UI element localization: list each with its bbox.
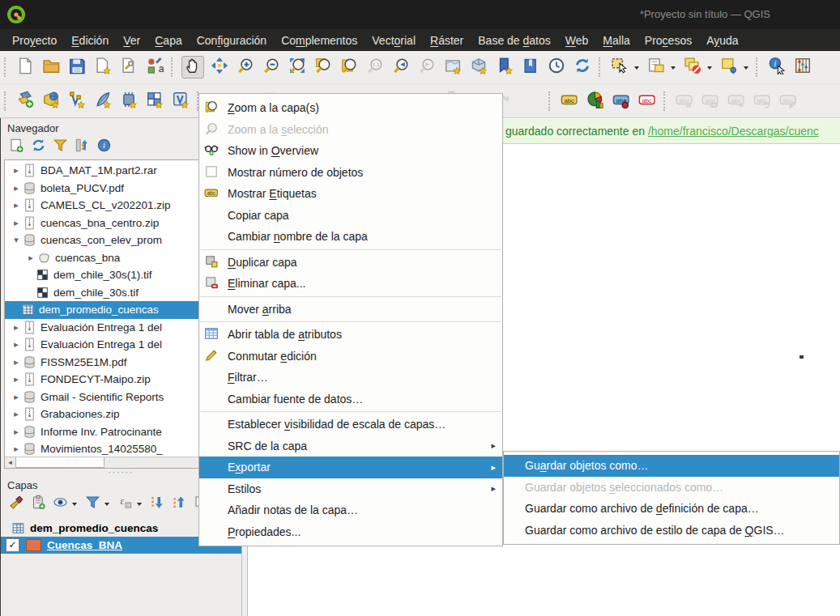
expander-closed-icon[interactable]: ▸ (11, 392, 21, 402)
manage-map-themes-dropdown-caret[interactable] (72, 503, 77, 508)
zoom-to-selection-button[interactable] (313, 57, 334, 78)
menu-complementos[interactable]: Complementos (274, 32, 365, 49)
new-map-view-button[interactable] (442, 57, 463, 78)
toolbar-handle[interactable] (599, 57, 606, 77)
hscroll-thumb[interactable] (15, 457, 104, 468)
menu-item-eliminar-capa[interactable]: Eliminar capa... (199, 273, 502, 295)
menu-ver[interactable]: Ver (116, 32, 147, 49)
menu-item-guardar-objetos-como[interactable]: Guardar objetos como… (504, 455, 839, 477)
select-by-value-dropdown-caret[interactable] (671, 66, 676, 72)
collapse-all-button[interactable] (73, 138, 91, 155)
expander-closed-icon[interactable]: ▸ (11, 183, 21, 193)
new-3d-map-view-button[interactable] (468, 57, 489, 78)
menu-procesos[interactable]: Procesos (637, 32, 699, 49)
toolbar-handle[interactable] (4, 57, 11, 77)
deselect-features-button[interactable] (682, 57, 703, 78)
filter-legend-button[interactable] (83, 495, 101, 512)
data-source-manager-button[interactable] (15, 91, 36, 112)
menu-item-estilos[interactable]: Estilos▸ (199, 478, 502, 500)
identify-features-button[interactable]: i (766, 57, 787, 78)
menu-vectorial[interactable]: Vectorial (365, 32, 423, 49)
menu-item-exportar[interactable]: Exportar▸ (199, 457, 502, 478)
hscroll-left-arrow-icon[interactable]: ◂ (5, 457, 15, 467)
select-by-location-dropdown-caret[interactable] (744, 66, 748, 72)
toolbar-handle[interactable] (548, 91, 556, 111)
menu-item-mostrar-n-mero-de-objetos[interactable]: Mostrar número de objetos (199, 162, 502, 184)
zoom-out-button[interactable] (261, 57, 282, 78)
menu-ayuda[interactable]: Ayuda (699, 32, 745, 49)
menu-item-establecer-visibilidad-de-escala-de-capas[interactable]: Establecer visibilidad de escala de capa… (199, 414, 502, 435)
save-project-button[interactable] (66, 57, 87, 78)
temporal-controller-button[interactable] (546, 57, 567, 78)
expand-all-button[interactable] (148, 495, 166, 512)
new-mesh-layer-button[interactable] (118, 91, 139, 112)
menu-configuraci-n[interactable]: Configuración (190, 32, 274, 49)
select-by-value-button[interactable] (646, 57, 667, 78)
statistical-summary-button[interactable] (792, 57, 813, 78)
expander-closed-icon[interactable]: ▸ (11, 322, 21, 333)
menu-item-abrir-tabla-de-atributos[interactable]: Abrir tabla de atributos (199, 324, 502, 346)
filter-browser-button[interactable] (51, 138, 69, 155)
pin-labels-button[interactable]: abc (611, 91, 632, 112)
filter-by-expression-button[interactable]: ε (116, 495, 134, 512)
menu-item-src-de-la-capa[interactable]: SRC de la capa▸ (199, 435, 502, 457)
menu-item-filtrar[interactable]: Filtrar… (199, 367, 502, 389)
layer-visibility-checkbox[interactable]: ✓ (6, 538, 19, 552)
toolbar-handle[interactable] (171, 57, 178, 77)
zoom-to-layer-button[interactable] (339, 57, 360, 78)
new-bookmark-button[interactable] (494, 57, 515, 78)
menu-base-de-datos[interactable]: Base de datos (471, 32, 558, 49)
open-project-button[interactable] (41, 57, 62, 78)
expander-closed-icon[interactable]: ▸ (11, 427, 21, 437)
message-link[interactable]: /home/francisco/Descargas/cuenc (648, 125, 819, 138)
new-shapefile-layer-button[interactable] (66, 91, 87, 112)
expander-closed-icon[interactable]: ▸ (11, 444, 21, 454)
menu-edici-n[interactable]: Edición (64, 32, 116, 49)
menu-item-mover-arriba[interactable]: Mover arriba (199, 299, 502, 321)
new-project-button[interactable] (15, 57, 36, 78)
highlight-pinned-labels-button[interactable]: abc (637, 91, 658, 112)
zoom-last-button[interactable] (390, 57, 411, 78)
refresh-browser-button[interactable] (29, 138, 47, 155)
menu-item-zoom-a-la-capa-s[interactable]: Zoom a la capa(s) (199, 97, 502, 119)
menu-item-conmutar-edici-n[interactable]: Conmutar edición (199, 346, 502, 367)
add-selected-layers-button[interactable] (7, 138, 25, 155)
collapse-all-layers-button[interactable] (170, 495, 188, 512)
style-manager-button[interactable]: a (144, 57, 165, 78)
refresh-map-button[interactable] (572, 57, 593, 78)
menu-malla[interactable]: Malla (595, 32, 637, 49)
menu-proyecto[interactable]: Proyecto (5, 32, 64, 49)
toolbar-handle[interactable] (663, 91, 671, 111)
menu-item-a-adir-notas-de-la-capa[interactable]: Añadir notas de la capa… (199, 499, 502, 521)
new-geopackage-layer-button[interactable] (41, 91, 62, 112)
menu-item-cambiar-nombre-de-la-capa[interactable]: Cambiar nombre de la capa (199, 226, 502, 248)
add-group-button[interactable] (29, 495, 47, 512)
layer-labeling-button[interactable]: abc (559, 91, 580, 112)
menu-item-cambiar-fuente-de-datos[interactable]: Cambiar fuente de datos… (199, 389, 502, 410)
menu-web[interactable]: Web (558, 32, 596, 49)
layer-diagram-button[interactable] (585, 91, 606, 112)
expander-closed-icon[interactable]: ▸ (11, 165, 21, 176)
menu-item-guardar-como-archivo-de-estilo-de-capa-de-qgis[interactable]: Guardar como archivo de estilo de capa d… (504, 520, 839, 542)
layout-manager-button[interactable] (118, 57, 139, 78)
pan-map-button[interactable] (181, 56, 204, 79)
new-spatialite-layer-button[interactable] (92, 91, 113, 112)
open-layer-styling-button[interactable] (7, 495, 25, 512)
select-features-button[interactable] (609, 57, 630, 78)
browser-properties-button[interactable]: i (95, 138, 113, 155)
menu-capa[interactable]: Capa (147, 32, 189, 49)
select-by-location-button[interactable] (718, 57, 740, 78)
select-features-dropdown-caret[interactable] (634, 66, 639, 72)
new-gpx-layer-button[interactable] (144, 91, 165, 112)
menu-item-guardar-como-archivo-de-definici-n-de-capa[interactable]: Guardar como archivo de definición de ca… (504, 498, 839, 520)
menu-item-show-in-overview[interactable]: Show in Overview (199, 140, 502, 162)
expander-closed-icon[interactable]: ▸ (11, 339, 21, 350)
expander-closed-icon[interactable]: ▸ (11, 218, 21, 228)
expander-open-icon[interactable]: ▾ (11, 235, 21, 245)
expander-closed-icon[interactable]: ▸ (11, 357, 21, 367)
pan-to-selection-button[interactable] (209, 57, 230, 78)
show-bookmarks-button[interactable] (520, 57, 541, 78)
expander-closed-icon[interactable]: ▸ (11, 200, 21, 210)
filter-legend-dropdown-caret[interactable] (104, 503, 109, 508)
expander-closed-icon[interactable]: ▸ (26, 253, 36, 263)
